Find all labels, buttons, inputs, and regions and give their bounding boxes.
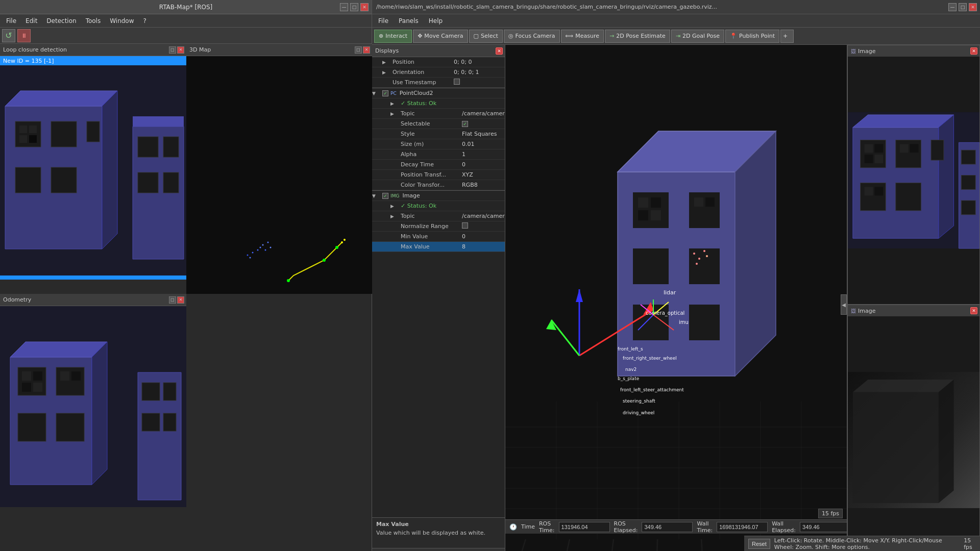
rtab-minimize-btn[interactable]: —	[340, 3, 348, 11]
status-bar: Reset Left-Click: Rotate. Middle-Click: …	[744, 536, 980, 551]
timestamp-checkbox[interactable]	[454, 79, 460, 85]
rtab-maximize-btn[interactable]: □	[350, 3, 358, 11]
3d-viewport[interactable]: lidar camera_optical imu front_left_s fr…	[505, 45, 847, 551]
select-btn[interactable]: ▢ Select	[469, 30, 503, 43]
svg-marker-69	[735, 131, 776, 376]
svg-rect-46	[60, 371, 69, 381]
focus-camera-btn[interactable]: ◎ Focus Camera	[504, 30, 560, 43]
svg-rect-75	[689, 305, 720, 340]
svg-point-88	[693, 253, 695, 255]
display-row-image-status[interactable]: ▶ ✓ Status: Ok	[372, 201, 505, 211]
display-row-style[interactable]: Style Flat Squares	[372, 129, 505, 139]
svg-rect-17	[138, 172, 158, 193]
display-row-selectable[interactable]: Selectable	[372, 119, 505, 129]
image-panel-1-header: 🖼 Image ✕	[848, 45, 979, 57]
displays-scroll[interactable]: ▶ Position 0; 0; 0 ▶ Orientation 0; 0; 0…	[372, 57, 505, 517]
svg-marker-37	[92, 342, 107, 485]
description-title: Max Value	[376, 521, 501, 528]
odometry-panel: Odometry □ ✕	[0, 294, 186, 507]
loop-panel-minimize[interactable]: □	[169, 46, 176, 54]
displays-title: Displays	[375, 47, 399, 54]
image-panel-1-icon: 🖼	[851, 48, 856, 54]
display-row-size[interactable]: Size (m) 0.01	[372, 139, 505, 149]
rviz-titlebar: /home/riwo/slam_ws/install/robotic_slam_…	[372, 0, 980, 14]
display-row-pc2-status[interactable]: ▶ ✓ Status: Ok	[372, 98, 505, 109]
svg-rect-7	[51, 167, 77, 193]
rtab-pause-btn[interactable]: ⏸	[17, 29, 31, 42]
image-panel-2: 🖼 Image ✕	[847, 305, 980, 551]
interact-label: Interact	[385, 33, 407, 39]
map3d-panel-minimize[interactable]: □	[355, 46, 362, 54]
rtab-close-btn[interactable]: ✕	[360, 3, 369, 11]
rviz-maximize-btn[interactable]: □	[959, 3, 967, 11]
ros-time-value[interactable]	[559, 522, 610, 532]
svg-rect-44	[22, 383, 31, 392]
focus-icon: ◎	[508, 33, 513, 39]
rtab-refresh-btn[interactable]: ↺	[2, 29, 15, 42]
display-row-orientation[interactable]: ▶ Orientation 0; 0; 0; 1	[372, 67, 505, 78]
svg-rect-41	[56, 413, 84, 441]
menu-help[interactable]: ?	[139, 16, 151, 26]
svg-rect-81	[705, 197, 715, 207]
wall-time-value[interactable]	[717, 522, 768, 532]
display-row-pointcloud2[interactable]: ▼ PC PointCloud2	[372, 88, 505, 98]
loop-new-id-text: New ID = 135 [-1]	[3, 58, 54, 64]
svg-point-22	[335, 246, 338, 249]
expand-position-icon: ▶	[382, 60, 390, 65]
menu-window[interactable]: Window	[106, 16, 138, 26]
odom-panel-close[interactable]: ✕	[177, 296, 184, 304]
2d-pose-btn[interactable]: → 2D Pose Estimate	[605, 30, 670, 43]
display-row-timestamp[interactable]: Use Timestamp	[372, 78, 505, 88]
collapse-handle[interactable]: ◀	[841, 294, 847, 315]
display-row-max-value[interactable]: Max Value 8	[372, 242, 505, 252]
display-row-color-transform[interactable]: Color Transfor... RGB8	[372, 180, 505, 190]
2d-pose-label: 2D Pose Estimate	[616, 33, 666, 39]
menu-detection[interactable]: Detection	[42, 16, 80, 26]
ros-elapsed-value[interactable]	[642, 522, 693, 532]
odom-panel-minimize[interactable]: □	[169, 296, 176, 304]
rviz-menu-help[interactable]: Help	[425, 16, 447, 26]
normalize-checkbox[interactable]	[462, 222, 468, 229]
interact-btn[interactable]: ⊕ Interact	[374, 30, 412, 43]
display-row-decay[interactable]: Decay Time 0	[372, 160, 505, 170]
display-row-pc2-topic[interactable]: ▶ Topic /camera/camera/colo...	[372, 109, 505, 119]
display-row-position[interactable]: ▶ Position 0; 0; 0	[372, 57, 505, 67]
move-camera-btn[interactable]: ✥ Move Camera	[413, 30, 468, 43]
map3d-panel-close[interactable]: ✕	[363, 46, 370, 54]
menu-file[interactable]: File	[2, 16, 20, 26]
menu-edit[interactable]: Edit	[21, 16, 41, 26]
svg-rect-121	[865, 187, 873, 195]
loop-new-id-bar: New ID = 135 [-1]	[0, 56, 186, 65]
image-checkbox[interactable]	[382, 193, 388, 199]
2d-goal-btn[interactable]: ⇥ 2D Goal Pose	[671, 30, 724, 43]
wall-elapsed-value[interactable]	[800, 522, 847, 532]
display-row-normalize[interactable]: Normalize Range	[372, 221, 505, 232]
display-row-min-value[interactable]: Min Value 0	[372, 232, 505, 242]
loop-panel-close[interactable]: ✕	[177, 46, 184, 54]
measure-label: Measure	[575, 33, 599, 39]
map3d-view	[186, 56, 372, 294]
displays-close-btn[interactable]: ✕	[496, 47, 503, 55]
image-panel-1-close[interactable]: ✕	[970, 47, 977, 55]
display-row-image[interactable]: ▼ IMG Image	[372, 191, 505, 201]
rviz-menu-panels[interactable]: Panels	[395, 16, 423, 26]
measure-btn[interactable]: ⟺ Measure	[561, 30, 604, 43]
reset-btn[interactable]: Reset	[748, 539, 770, 549]
display-row-pos-transform[interactable]: Position Transf... XYZ	[372, 170, 505, 180]
display-row-image-topic[interactable]: ▶ Topic /camera/camera/dept...	[372, 211, 505, 221]
rviz-close-btn[interactable]: ✕	[969, 3, 977, 11]
display-row-alpha[interactable]: Alpha 1	[372, 149, 505, 160]
extra-tool-btn[interactable]: +	[780, 30, 794, 43]
svg-rect-127	[961, 176, 975, 190]
rviz-menu-file[interactable]: File	[374, 16, 393, 26]
image-panel-2-close[interactable]: ✕	[970, 307, 977, 314]
pc2-checkbox[interactable]	[382, 90, 388, 96]
menu-tools[interactable]: Tools	[82, 16, 105, 26]
rtab-win-controls: — □ ✕	[340, 3, 369, 11]
svg-text:front_left_s: front_left_s	[618, 346, 643, 352]
rviz-minimize-btn[interactable]: —	[948, 3, 957, 11]
selectable-checkbox[interactable]	[462, 121, 468, 127]
publish-point-btn[interactable]: 📍 Publish Point	[725, 30, 779, 43]
image-panel-2-header: 🖼 Image ✕	[848, 305, 979, 316]
svg-rect-77	[651, 197, 661, 208]
